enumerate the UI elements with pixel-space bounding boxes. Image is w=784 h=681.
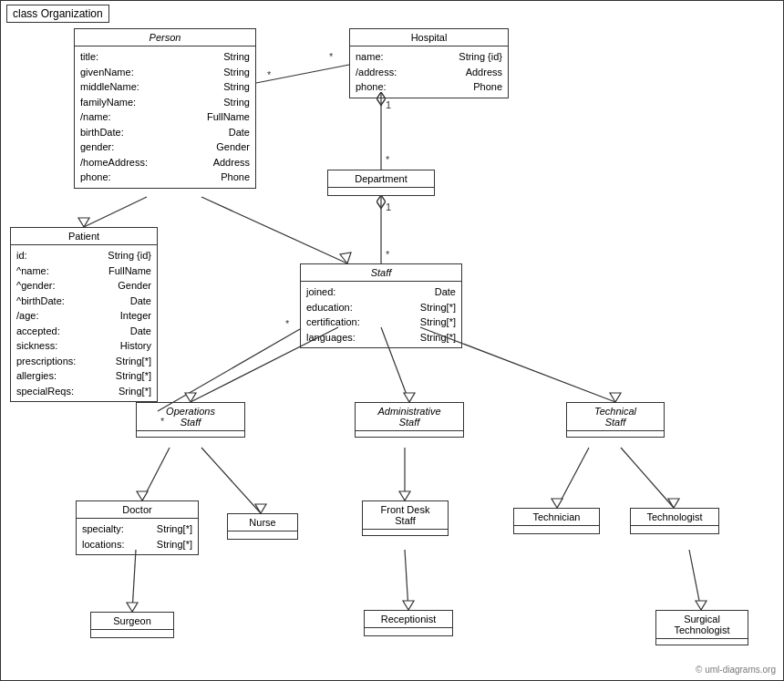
svg-marker-37 — [696, 601, 707, 610]
tech-staff-title: TechnicalStaff — [567, 403, 664, 431]
svg-marker-17 — [185, 393, 196, 402]
surgeon-title: Surgeon — [91, 613, 173, 630]
person-class: Person title:String givenName:String mid… — [74, 28, 256, 189]
hospital-attrs: name:String {id} /address:Address phone:… — [350, 46, 508, 98]
svg-marker-33 — [127, 603, 138, 612]
svg-text:*: * — [285, 318, 290, 329]
svg-text:1: 1 — [386, 201, 391, 212]
svg-text:*: * — [267, 69, 272, 80]
technologist-class: Technologist — [630, 508, 719, 534]
watermark: © uml-diagrams.org — [696, 665, 776, 675]
svg-line-30 — [621, 448, 674, 508]
admin-staff-title: AdministrativeStaff — [356, 403, 463, 431]
doctor-attrs: specialty:String[*] locations:String[*] — [77, 519, 198, 554]
svg-text:*: * — [386, 154, 390, 165]
svg-marker-29 — [552, 499, 562, 508]
person-attrs: title:String givenName:String middleName… — [75, 46, 255, 188]
nurse-class: Nurse — [227, 513, 298, 540]
svg-marker-19 — [404, 393, 415, 402]
diagram: class Organization Person title:String g… — [0, 0, 784, 681]
svg-line-34 — [405, 550, 408, 610]
svg-marker-31 — [668, 499, 679, 508]
ops-staff-class: OperationsStaff — [136, 402, 245, 438]
technician-class: Technician — [513, 508, 600, 534]
staff-class: Staff joined:Date education:String[*] ce… — [300, 263, 462, 348]
svg-line-13 — [158, 329, 300, 411]
tech-staff-class: TechnicalStaff — [566, 402, 665, 438]
svg-line-22 — [142, 448, 170, 500]
receptionist-title: Receptionist — [365, 611, 452, 628]
svg-marker-23 — [137, 491, 148, 500]
svg-text:1: 1 — [386, 99, 391, 110]
svg-text:*: * — [329, 51, 334, 62]
svg-marker-25 — [255, 504, 266, 513]
svg-line-32 — [132, 550, 136, 612]
svg-line-24 — [201, 448, 261, 513]
svg-text:*: * — [386, 249, 390, 260]
svg-marker-12 — [340, 253, 351, 263]
surgical-tech-class: SurgicalTechnologist — [655, 610, 748, 645]
department-title: Department — [328, 170, 434, 188]
admin-staff-class: AdministrativeStaff — [355, 402, 464, 438]
svg-marker-27 — [399, 491, 410, 500]
person-title: Person — [75, 29, 255, 46]
patient-class: Patient id:String {id} ^name:FullName ^g… — [10, 227, 158, 402]
doctor-class: Doctor specialty:String[*] locations:Str… — [76, 500, 199, 555]
nurse-title: Nurse — [228, 514, 297, 531]
patient-title: Patient — [11, 228, 157, 245]
diagram-title: class Organization — [6, 5, 109, 23]
department-class: Department — [327, 170, 435, 196]
front-desk-title: Front DeskStaff — [363, 501, 448, 530]
ops-staff-title: OperationsStaff — [137, 403, 244, 431]
svg-line-28 — [557, 448, 589, 508]
svg-line-9 — [84, 197, 147, 227]
svg-line-36 — [689, 550, 701, 610]
surgeon-class: Surgeon — [90, 612, 174, 638]
receptionist-class: Receptionist — [364, 610, 453, 636]
hospital-title: Hospital — [350, 29, 508, 46]
patient-attrs: id:String {id} ^name:FullName ^gender:Ge… — [11, 245, 157, 401]
front-desk-class: Front DeskStaff — [362, 500, 449, 536]
svg-marker-35 — [403, 601, 414, 610]
technologist-title: Technologist — [631, 509, 718, 526]
svg-line-11 — [201, 197, 347, 263]
doctor-title: Doctor — [77, 501, 198, 519]
staff-attrs: joined:Date education:String[*] certific… — [301, 282, 461, 347]
staff-title: Staff — [301, 264, 461, 282]
svg-marker-21 — [610, 393, 621, 402]
hospital-class: Hospital name:String {id} /address:Addre… — [349, 28, 509, 98]
surgical-tech-title: SurgicalTechnologist — [656, 611, 748, 639]
svg-marker-10 — [78, 218, 89, 227]
svg-line-0 — [256, 65, 349, 83]
technician-title: Technician — [514, 509, 599, 526]
